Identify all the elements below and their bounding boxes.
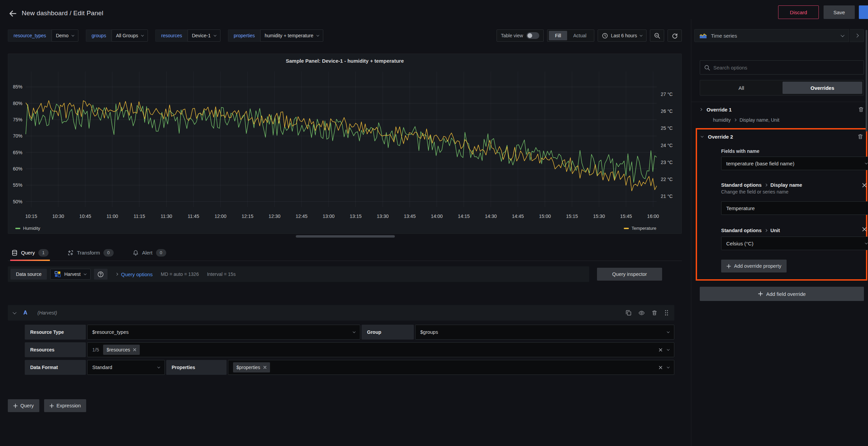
variable-value-dropdown[interactable]: All Groups [112, 29, 148, 42]
table-view-toggle[interactable] [526, 32, 539, 39]
variable-label: resources [155, 29, 187, 42]
delete-query-trash-icon[interactable] [652, 310, 657, 316]
tab-label: Query [21, 250, 35, 256]
resource-type-select[interactable]: $resource_types [87, 325, 360, 340]
add-field-override-button[interactable]: Add field override [700, 287, 864, 301]
unit-select[interactable]: Celsius (°C) [721, 237, 868, 250]
display-name-input[interactable] [721, 201, 868, 215]
override-property-display-name: Standard options Display name Change the… [721, 182, 868, 195]
variable-value: humidity + temperature [265, 33, 313, 38]
svg-text:11:45: 11:45 [188, 214, 199, 219]
chevron-right-icon [765, 184, 767, 186]
svg-text:50%: 50% [13, 199, 22, 204]
clear-select-icon[interactable] [659, 366, 662, 369]
resources-chip[interactable]: $resources [103, 345, 140, 355]
variable-value-dropdown[interactable]: Device-1 [188, 29, 220, 42]
tab-transform[interactable]: Transform 0 [66, 245, 115, 261]
properties-multiselect[interactable]: $properties [228, 360, 674, 375]
refresh-button[interactable] [668, 29, 682, 42]
query-inspector-button[interactable]: Query inspector [597, 268, 662, 281]
data-format-select[interactable]: Standard [87, 360, 165, 375]
variable-value-dropdown[interactable]: humidity + temperature [260, 29, 323, 42]
properties-chip[interactable]: $properties [233, 362, 270, 372]
remove-chip-icon[interactable] [133, 348, 136, 351]
override-property-unit: Standard options Unit [721, 228, 780, 233]
scrollbar-thumb[interactable] [866, 30, 867, 131]
override-2-header[interactable]: Override 2 [701, 134, 863, 140]
svg-text:15:30: 15:30 [593, 214, 605, 219]
max-data-points-text: MD = auto = 1326 [161, 271, 199, 277]
arrow-left-icon [8, 9, 17, 18]
chevron-right-icon [699, 108, 702, 111]
visualization-picker[interactable]: Time series [694, 29, 849, 42]
search-options-input[interactable] [713, 65, 860, 70]
datasource-picker[interactable]: Harvest [50, 269, 90, 280]
bell-icon [133, 250, 139, 256]
query-row-header[interactable]: A (Harvest) [8, 305, 674, 321]
delete-override-button[interactable] [857, 134, 863, 140]
tab-alert[interactable]: Alert 0 [131, 245, 168, 261]
property-name: Display name [770, 182, 802, 188]
svg-text:60%: 60% [13, 166, 22, 171]
panel-resize-handle[interactable] [296, 235, 395, 238]
data-format-label: Data Format [25, 360, 86, 375]
remove-chip-icon[interactable] [263, 366, 267, 369]
svg-text:14:30: 14:30 [485, 214, 497, 219]
zoom-out-button[interactable] [650, 29, 664, 42]
query-options-link[interactable]: Query options [121, 271, 153, 277]
add-expression-button[interactable]: Expression [44, 399, 86, 412]
collapse-options-button[interactable] [850, 29, 864, 42]
close-icon [862, 183, 867, 187]
resource-type-label: Resource Type [25, 325, 86, 340]
chevron-down-icon [667, 365, 670, 368]
unit-value: Celsius (°C) [726, 241, 753, 246]
trash-icon [858, 106, 864, 113]
time-range-picker[interactable]: Last 6 hours [598, 29, 647, 42]
tab-query[interactable]: Query 1 [10, 245, 50, 261]
tab-overrides[interactable]: Overrides [783, 82, 862, 94]
delete-override-button[interactable] [858, 106, 864, 113]
clear-select-icon[interactable] [659, 348, 662, 352]
datasource-help-button[interactable] [94, 269, 108, 280]
remove-property-button[interactable] [862, 227, 867, 231]
svg-text:55%: 55% [13, 182, 22, 188]
variable-value-dropdown[interactable]: Demo [52, 29, 78, 42]
actual-option[interactable]: Actual [567, 31, 593, 40]
duplicate-query-icon[interactable] [625, 310, 632, 316]
time-series-chart[interactable]: 85%80%75%70%65%60%55%50%27 °C26 °C25 °C2… [8, 67, 681, 223]
legend-item-temperature[interactable]: Temperature [624, 226, 656, 231]
database-icon [12, 250, 18, 256]
remove-property-button[interactable] [862, 183, 867, 187]
back-button[interactable] [7, 7, 19, 20]
editor-footer-buttons: Query Expression [8, 399, 86, 412]
svg-text:16:00: 16:00 [647, 214, 659, 219]
transform-icon [67, 250, 74, 256]
chart-legend: Humidity Temperature [8, 226, 681, 231]
legend-item-humidity[interactable]: Humidity [15, 226, 40, 231]
group-select[interactable]: $groups [415, 325, 674, 340]
collapse-query-icon[interactable] [13, 310, 16, 314]
fields-with-name-select[interactable]: temperature (base field name) [721, 157, 868, 170]
chevron-down-icon [83, 272, 86, 275]
resources-multiselect[interactable]: 1/5 $resources [87, 342, 674, 357]
apply-button[interactable]: Apply [859, 5, 868, 19]
legend-swatch-green [15, 228, 20, 229]
button-label: Query [20, 403, 34, 408]
variable-label: properties [228, 29, 260, 42]
add-override-property-button[interactable]: Add override property [721, 260, 787, 272]
discard-button[interactable]: Discard [778, 5, 819, 19]
svg-text:13:45: 13:45 [404, 214, 416, 219]
save-button[interactable]: Save [824, 5, 855, 19]
override-1-header[interactable]: Override 1 [700, 106, 864, 113]
add-query-button[interactable]: Query [8, 399, 39, 412]
datasource-bar: Data source Harvest Query opt [8, 266, 589, 282]
svg-text:15:00: 15:00 [539, 214, 551, 219]
drag-handle-icon[interactable] [664, 310, 669, 316]
variable-properties: properties humidity + temperature [228, 29, 323, 42]
help-icon [97, 271, 104, 278]
fill-option[interactable]: Fill [549, 31, 567, 40]
tab-all[interactable]: All [701, 82, 781, 94]
override-1-summary: humidity Display name, Unit [713, 117, 779, 123]
hide-query-eye-icon[interactable] [638, 310, 645, 316]
chevron-right-icon [734, 119, 736, 121]
